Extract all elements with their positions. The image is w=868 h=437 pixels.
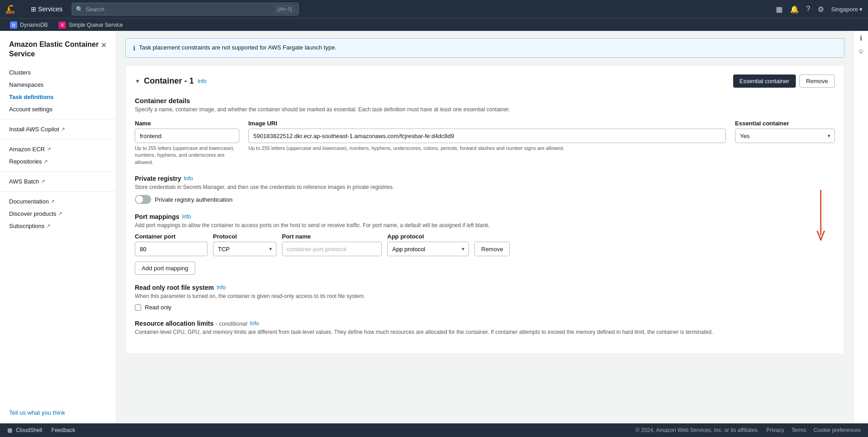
private-registry-header: Private registry Info [135, 175, 835, 182]
privacy-link[interactable]: Privacy [766, 427, 784, 433]
private-registry-desc: Store credentials in Secrets Manager, an… [135, 184, 835, 190]
private-registry-auth-label: Private registry authentication [155, 196, 232, 203]
aws-logo[interactable]: aws [5, 4, 22, 14]
terms-link[interactable]: Terms [791, 427, 806, 433]
sidebar-title: Amazon Elastic Container Service [9, 40, 101, 59]
image-uri-field-group: Image URI Up to 255 letters (uppercase a… [248, 120, 726, 152]
essential-container-select[interactable]: Yes No [735, 129, 835, 143]
private-registry-toggle[interactable] [135, 195, 151, 204]
sidebar-item-repositories[interactable]: Repositories ↗ [0, 155, 116, 168]
feedback-link[interactable]: Tell us what you think [9, 409, 65, 416]
app-protocol-group: App protocol App protocol HTTP HTTP2 gRP… [387, 233, 469, 256]
container-port-label: Container port [135, 233, 207, 240]
port-name-label: Port name [282, 233, 382, 240]
cloudshell-label[interactable]: CloudShell [16, 427, 42, 433]
protocol-select-wrapper: TCP UDP ▾ [213, 242, 276, 256]
tab-dynamodb[interactable]: D DynamoDB [5, 20, 52, 30]
essential-select-wrapper: Yes No ▾ [735, 129, 835, 143]
remove-container-button[interactable]: Remove [799, 74, 835, 88]
protocol-group: Protocol TCP UDP ▾ [213, 233, 276, 256]
resource-desc: Container-level CPU, GPU, and memory lim… [135, 329, 835, 335]
sidebar-item-account-settings[interactable]: Account settings [0, 103, 116, 115]
sidebar-header: Amazon Elastic Container Service ✕ [0, 31, 116, 63]
remove-port-button[interactable]: Remove [474, 242, 510, 256]
copyright-text: © 2024, Amazon Web Services, Inc. or its… [636, 427, 759, 433]
bottom-bar: ▦ CloudShell Feedback © 2024, Amazon Web… [0, 423, 868, 437]
private-registry-title: Private registry [135, 175, 181, 182]
private-registry-info-link[interactable]: Info [184, 175, 193, 182]
private-registry-section: Private registry Info Store credentials … [135, 175, 835, 204]
grid-icon: ⊞ [31, 5, 36, 13]
sidebar-item-amazon-ecr[interactable]: Amazon ECR ↗ [0, 143, 116, 155]
svg-text:aws: aws [6, 10, 15, 14]
app-protocol-label: App protocol [387, 233, 469, 240]
sidebar-divider-1 [0, 119, 116, 119]
bell-icon[interactable]: 🔔 [790, 5, 799, 14]
resource-info-link[interactable]: Info [250, 320, 259, 327]
port-mapping-row: Container port Protocol TCP UDP ▾ [135, 233, 835, 256]
app-protocol-select-wrapper: App protocol HTTP HTTP2 gRPC ▾ [387, 242, 469, 256]
sqs-icon: S [59, 21, 66, 29]
info-banner: ℹ Task placement constraints are not sup… [125, 38, 844, 58]
read-only-info-link[interactable]: Info [217, 284, 226, 291]
sidebar-item-discover-products[interactable]: Discover products ↗ [0, 208, 116, 220]
sidebar-item-documentation[interactable]: Documentation ↗ [0, 195, 116, 208]
info-panel-icon[interactable]: ℹ [860, 35, 862, 42]
protocol-select[interactable]: TCP UDP [213, 242, 276, 256]
search-bar[interactable]: 🔍 Search [Alt+S] [72, 3, 299, 15]
sidebar-item-namespaces[interactable]: Namespaces [0, 79, 116, 91]
read-only-checkbox[interactable] [135, 304, 141, 311]
container-port-input[interactable] [135, 242, 207, 256]
read-only-desc: When this parameter is turned on, the co… [135, 293, 835, 299]
terminal-icon[interactable]: ▦ [776, 5, 783, 14]
container-info-link[interactable]: Info [197, 78, 207, 84]
container-details-desc: Specify a name, container image, and whe… [135, 106, 835, 113]
chevron-down-icon: ▼ [135, 78, 140, 84]
container-port-group: Container port [135, 233, 207, 256]
conditional-text: - conditional [215, 320, 247, 327]
name-hint: Up to 255 letters (uppercase and lowerca… [135, 145, 239, 166]
name-field-group: Name Up to 255 letters (uppercase and lo… [135, 120, 239, 166]
cookie-preferences-link[interactable]: Cookie preferences [814, 427, 861, 433]
top-navigation: aws ⊞ Services 🔍 Search [Alt+S] ▦ 🔔 ? ⚙ … [0, 0, 868, 18]
feedback-panel-icon[interactable]: ☺ [858, 47, 864, 55]
add-port-mapping-button[interactable]: Add port mapping [135, 262, 195, 275]
image-uri-hint: Up to 255 letters (uppercase and lowerca… [248, 145, 726, 152]
name-image-row: Name Up to 255 letters (uppercase and lo… [135, 120, 835, 166]
container-section: ▼ Container - 1 Info Essential container… [125, 65, 844, 354]
region-selector[interactable]: Singapore ▾ [831, 6, 863, 13]
sidebar-item-aws-batch[interactable]: AWS Batch ↗ [0, 175, 116, 188]
sidebar-item-install-copilot[interactable]: Install AWS Copilot ↗ [0, 123, 116, 135]
port-name-input[interactable] [282, 242, 382, 256]
app-layout: Amazon Elastic Container Service ✕ Clust… [0, 31, 868, 423]
name-label: Name [135, 120, 239, 127]
sidebar-item-subscriptions[interactable]: Subscriptions ↗ [0, 220, 116, 232]
port-name-group: Port name [282, 233, 382, 256]
sidebar-divider-4 [0, 191, 116, 192]
help-icon[interactable]: ? [806, 5, 810, 13]
resource-allocation-section: Resource allocation limits - conditional… [135, 320, 835, 335]
bottom-bar-left: ▦ CloudShell Feedback [7, 427, 75, 433]
settings-icon[interactable]: ⚙ [818, 5, 824, 14]
region-label: Singapore [831, 6, 858, 13]
essential-container-label: Essential container [735, 120, 835, 127]
container-header: ▼ Container - 1 Info Essential container… [135, 74, 835, 88]
toggle-knob [136, 196, 143, 203]
dynamodb-tab-label: DynamoDB [20, 22, 48, 28]
app-protocol-select[interactable]: App protocol HTTP HTTP2 gRPC [387, 242, 469, 256]
essential-container-button[interactable]: Essential container [733, 74, 796, 88]
tab-sqs[interactable]: S Simple Queue Service [54, 20, 127, 30]
read-only-section: Read only root file system Info When thi… [135, 284, 835, 311]
container-title: Container - 1 [144, 76, 194, 86]
services-menu[interactable]: ⊞ Services [27, 4, 66, 15]
sidebar-item-task-definitions[interactable]: Task definitions [0, 91, 116, 103]
sidebar-close-button[interactable]: ✕ [101, 41, 107, 50]
port-mappings-info-link[interactable]: Info [182, 214, 191, 220]
name-input[interactable] [135, 129, 239, 143]
sidebar-item-clusters[interactable]: Clusters [0, 66, 116, 79]
read-only-checkbox-row: Read only [135, 304, 835, 311]
resource-title-row: Resource allocation limits - conditional… [135, 320, 835, 327]
feedback-bottom-label[interactable]: Feedback [51, 427, 75, 433]
sidebar-divider-2 [0, 139, 116, 139]
image-uri-input[interactable] [248, 129, 726, 143]
